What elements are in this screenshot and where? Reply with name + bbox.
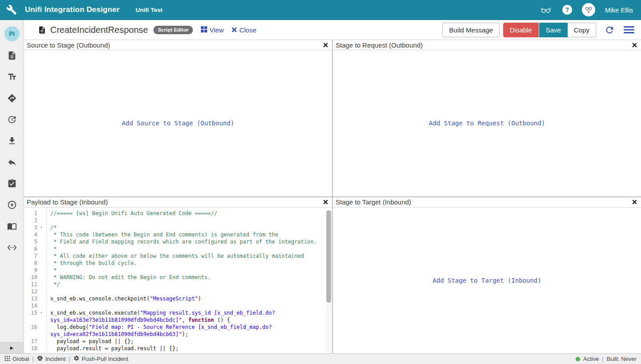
code-line[interactable]: 17 payload = payload || {}; [24, 338, 332, 345]
code-line[interactable]: 3▾/* [24, 224, 332, 231]
code-line[interactable]: 2 [24, 217, 332, 224]
panel-close-icon[interactable] [323, 43, 328, 48]
scope-label: Global [12, 356, 29, 362]
clipboard-check-icon [7, 179, 17, 190]
code-line[interactable]: 15▾x_snd_eb.ws_console.execute("Mapping … [24, 309, 332, 324]
user-name[interactable]: Mike Ellis [605, 6, 633, 14]
panel-close-icon[interactable] [632, 43, 637, 48]
line-number: 13 [24, 295, 37, 302]
panel-title: Stage to Target (Inbound) [336, 198, 632, 206]
sidebar-item-field-maps[interactable] [0, 88, 24, 110]
help-icon[interactable]: ? [562, 5, 572, 15]
fold-arrow-icon[interactable]: ▾ [37, 309, 45, 324]
code-text: /* [46, 224, 332, 231]
code-line[interactable]: 13x_snd_eb.ws_console.checkpoint("Messag… [24, 295, 332, 302]
app-root: Unifi Integration Designer Unifi Test ? [0, 0, 641, 364]
close-button[interactable]: Close [232, 26, 256, 34]
status-bar: Global | Incident | Push-Pull Incident A… [0, 353, 641, 364]
code-line[interactable]: 7 * All code either above or below the c… [24, 252, 332, 260]
gutter-divider [46, 208, 47, 354]
build-message-button[interactable]: Build Message [442, 23, 499, 37]
action-button-group: Disable Save Copy [503, 23, 596, 37]
refresh-icon[interactable] [605, 25, 615, 35]
built-label: Built: Never [607, 356, 637, 362]
code-line[interactable]: 10 * WARNING: Do not edit the Begin or E… [24, 274, 332, 281]
document-icon [7, 51, 17, 62]
download-icon [7, 136, 17, 148]
code-text: x_snd_eb.ws_console.checkpoint("MessageS… [46, 295, 332, 302]
header-right: ? Mike Ellis [539, 3, 633, 16]
code-line[interactable]: 9 * [24, 267, 332, 274]
fold-spacer [37, 238, 45, 245]
top-header: Unifi Integration Designer Unifi Test ? [0, 0, 641, 20]
panel-close-icon[interactable] [323, 200, 328, 204]
code-line[interactable]: 5 * Field and Field mapping records whic… [24, 238, 332, 245]
line-gutter: 15▾ [24, 309, 46, 324]
grid-view-icon [201, 26, 207, 34]
code-text: log.debug("Field map: PI - Source Refere… [46, 324, 332, 338]
record-title: CreateIncidentResponse [50, 25, 148, 35]
line-number: 11 [24, 281, 37, 288]
wrench-logo-icon[interactable] [6, 4, 17, 15]
panels-grid: Source to Stage (Outbound) Add Source to… [24, 40, 641, 353]
editor-scrollbar[interactable] [326, 209, 331, 352]
sidebar-item-history[interactable] [0, 110, 24, 131]
hamburger-menu-icon[interactable] [623, 25, 635, 34]
sidebar-item-messages[interactable] [0, 46, 24, 67]
save-button[interactable]: Save [539, 23, 568, 37]
fold-spacer [37, 274, 45, 281]
code-line[interactable]: 12 [24, 288, 332, 295]
glasses-icon[interactable] [539, 4, 553, 15]
sidebar-expand-button[interactable]: ▶ [0, 342, 24, 353]
copy-button[interactable]: Copy [568, 23, 596, 37]
code-line[interactable]: 18 payload.result = payload.result || {}… [24, 345, 332, 352]
line-gutter: 17 [24, 338, 46, 345]
code-line[interactable]: 14 [24, 302, 332, 309]
fold-spacer [37, 210, 45, 217]
editor-scrollbar-thumb[interactable] [326, 210, 331, 303]
code-line[interactable]: 4 * This code (between the Begin and End… [24, 231, 332, 238]
nav-item-unifi-test[interactable]: Unifi Test [136, 7, 163, 13]
line-gutter: 13 [24, 295, 46, 302]
line-gutter: 11 [24, 281, 46, 288]
line-number: 2 [24, 217, 37, 224]
line-number: 15 [24, 309, 37, 324]
code-text [46, 217, 332, 224]
code-text [46, 302, 332, 309]
panel-close-icon[interactable] [632, 200, 637, 204]
add-stage-to-request-link[interactable]: Add Stage to Request (Outbound) [429, 120, 545, 127]
integration-avatar[interactable]: PI [4, 26, 20, 41]
line-gutter: 10 [24, 274, 46, 281]
add-stage-to-target-link[interactable]: Add Stage to Target (Inbound) [433, 277, 541, 284]
add-source-to-stage-link[interactable]: Add Source to Stage (Outbound) [122, 120, 234, 127]
user-avatar[interactable] [582, 3, 595, 16]
sidebar-item-api[interactable] [0, 238, 24, 259]
line-number: 18 [24, 345, 37, 352]
view-button[interactable]: View [201, 26, 224, 34]
sidebar-item-revert[interactable] [0, 152, 24, 174]
scope-item[interactable]: Global [4, 356, 29, 363]
incident-type-icon [37, 355, 43, 363]
sidebar-item-documentation[interactable] [0, 216, 24, 238]
status-right: Active | Built: Never [576, 356, 637, 362]
panel-payload-to-stage: Payload to Stage (Inbound) 1//===== [ws]… [24, 197, 332, 354]
gear-icon [73, 355, 80, 363]
fold-spacer [37, 281, 45, 288]
process-item[interactable]: Push-Pull Incident [73, 355, 128, 363]
table-item[interactable]: Incident [37, 355, 66, 363]
code-editor[interactable]: 1//===== [ws] Begin Unifi Auto Generated… [24, 208, 332, 354]
code-line[interactable]: 8 * through the build cycle. [24, 260, 332, 267]
fold-arrow-icon[interactable]: ▾ [37, 224, 45, 231]
code-text: payload.result = payload.result || {}; [46, 345, 332, 352]
code-line[interactable]: 6 * [24, 245, 332, 252]
sidebar-item-download[interactable] [0, 131, 24, 152]
code-line[interactable]: 1//===== [ws] Begin Unifi Auto Generated… [24, 210, 332, 217]
panel-body: Add Stage to Request (Outbound) [333, 50, 641, 196]
fold-spacer [37, 295, 45, 302]
disable-button[interactable]: Disable [503, 23, 539, 37]
sidebar-item-fields[interactable] [0, 67, 24, 88]
sidebar-item-run[interactable] [0, 195, 24, 216]
code-line[interactable]: 11 */ [24, 281, 332, 288]
code-line[interactable]: 16 log.debug("Field map: PI - Source Ref… [24, 324, 332, 338]
sidebar-item-tests[interactable] [0, 174, 24, 195]
